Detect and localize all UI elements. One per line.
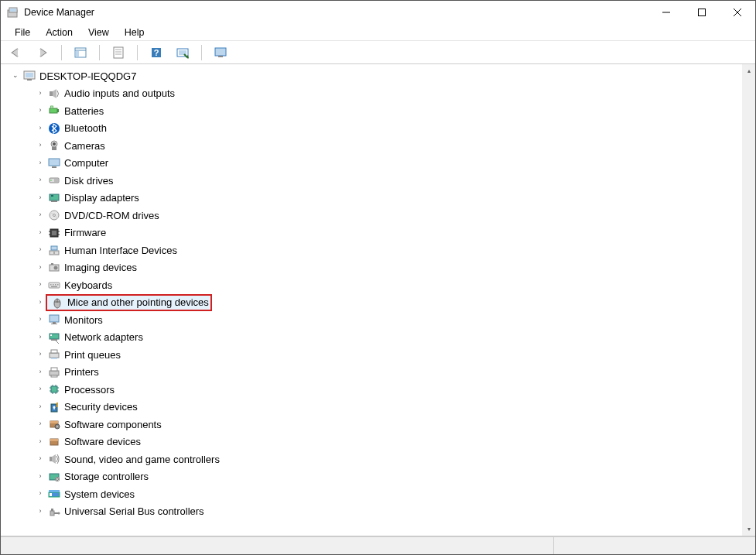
expand-toggle-icon[interactable]: › — [35, 141, 46, 149]
expand-toggle-icon[interactable]: › — [35, 420, 46, 427]
svg-rect-75 — [51, 375, 57, 377]
tree-category[interactable]: ›Security devices — [7, 399, 742, 416]
scroll-up-button[interactable]: ▴ — [742, 64, 755, 77]
expand-toggle-icon[interactable]: › — [35, 106, 46, 114]
software-comp-icon — [47, 417, 61, 431]
camera-icon — [47, 139, 61, 152]
tree-category[interactable]: ›Universal Serial Bus controllers — [7, 503, 742, 521]
tree-category[interactable]: ›Batteries — [7, 102, 742, 120]
tree-category[interactable]: ›Audio inputs and outputs — [7, 85, 742, 103]
expand-toggle-icon[interactable]: › — [35, 437, 46, 445]
expand-toggle-icon[interactable]: › — [35, 263, 46, 271]
tree-category[interactable]: ›Disk drives — [7, 172, 742, 190]
menu-action[interactable]: Action — [39, 26, 79, 39]
expand-toggle-icon[interactable]: › — [35, 507, 46, 515]
category-label: Human Interface Devices — [64, 245, 177, 256]
expand-toggle-icon[interactable]: › — [35, 89, 46, 97]
svg-rect-40 — [51, 195, 53, 197]
svg-rect-101 — [50, 493, 52, 496]
svg-rect-64 — [50, 315, 59, 322]
tree-category[interactable]: ›Human Interface Devices — [7, 242, 742, 259]
expand-toggle-icon[interactable]: › — [35, 489, 46, 497]
toolbar-scan-button[interactable] — [173, 43, 192, 62]
device-tree[interactable]: ⌄ DESKTOP-IEQQDG7 ›Audio inputs and outp… — [1, 64, 742, 536]
svg-rect-72 — [51, 358, 57, 359]
expand-toggle-icon[interactable]: › — [35, 454, 46, 462]
tree-category[interactable]: ›Software devices — [7, 433, 742, 451]
expand-toggle-icon[interactable]: › — [35, 333, 46, 341]
root-label: DESKTOP-IEQQDG7 — [39, 70, 136, 82]
expand-toggle-icon[interactable]: › — [35, 211, 46, 218]
tree-category[interactable]: ›Software components — [7, 416, 742, 433]
expand-toggle-icon[interactable]: › — [35, 298, 46, 306]
tree-category[interactable]: ›System devices — [7, 485, 742, 503]
toolbar-help-button[interactable]: ? — [147, 43, 166, 62]
tree-category[interactable]: ›Printers — [7, 364, 742, 382]
imaging-icon — [47, 261, 61, 275]
titlebar: Device Manager — [1, 1, 755, 24]
expand-toggle-icon[interactable]: › — [35, 176, 46, 183]
scroll-down-button[interactable]: ▾ — [742, 522, 755, 536]
toolbar-show-hide-tree-button[interactable] — [71, 43, 90, 62]
category-label: System devices — [64, 488, 135, 500]
expand-toggle-icon[interactable]: › — [35, 403, 46, 410]
svg-rect-56 — [50, 284, 52, 286]
tree-category[interactable]: ›DVD/CD-ROM drives — [7, 207, 742, 224]
toolbar-monitor-button[interactable] — [211, 43, 230, 62]
mouse-icon — [50, 296, 64, 310]
tree-category[interactable]: ›Computer — [7, 155, 742, 173]
tree-category[interactable]: ›Imaging devices — [7, 259, 742, 277]
vertical-scrollbar[interactable]: ▴ ▾ — [742, 64, 755, 536]
tree-category[interactable]: ›Display adapters — [7, 190, 742, 207]
tree-category[interactable]: ›Print queues — [7, 346, 742, 364]
toolbar-properties-button[interactable] — [109, 43, 128, 62]
expand-toggle-icon[interactable]: › — [35, 472, 46, 480]
svg-rect-19 — [215, 48, 226, 56]
svg-rect-4 — [699, 9, 706, 16]
tree-category[interactable]: ›Cameras — [7, 137, 742, 155]
app-icon — [7, 6, 19, 19]
category-label: Bluetooth — [64, 122, 107, 134]
expand-toggle-icon[interactable]: ⌄ — [10, 71, 21, 79]
category-label: Network adapters — [64, 331, 143, 343]
expand-toggle-icon[interactable]: › — [35, 315, 46, 323]
menu-help[interactable]: Help — [118, 26, 151, 39]
svg-rect-69 — [50, 334, 52, 336]
svg-rect-90 — [50, 421, 58, 423]
expand-toggle-icon[interactable]: › — [35, 368, 46, 375]
toolbar-back-button[interactable] — [7, 43, 26, 62]
maximize-button[interactable] — [684, 1, 720, 24]
battery-icon — [47, 104, 61, 118]
close-button[interactable] — [720, 1, 755, 24]
tree-category[interactable]: ›Storage controllers — [7, 468, 742, 486]
tree-category[interactable]: ›Monitors — [7, 311, 742, 329]
tree-category[interactable]: ›Processors — [7, 381, 742, 399]
tree-category[interactable]: ›Mice and other pointing devices — [7, 294, 742, 312]
expand-toggle-icon[interactable]: › — [35, 385, 46, 392]
svg-rect-23 — [27, 79, 32, 81]
tree-root[interactable]: ⌄ DESKTOP-IEQQDG7 — [7, 67, 742, 85]
print-queue-icon — [47, 348, 61, 361]
svg-rect-65 — [53, 322, 56, 324]
menu-file[interactable]: File — [9, 26, 36, 39]
system-icon — [47, 487, 61, 501]
svg-marker-96 — [52, 454, 56, 464]
expand-toggle-icon[interactable]: › — [35, 228, 46, 236]
expand-toggle-icon[interactable]: › — [35, 350, 46, 358]
menu-view[interactable]: View — [82, 26, 115, 39]
tree-category[interactable]: ›Sound, video and game controllers — [7, 451, 742, 468]
tree-category[interactable]: ›Network adapters — [7, 329, 742, 347]
tree-category[interactable]: ›Bluetooth — [7, 120, 742, 138]
svg-rect-58 — [55, 284, 56, 286]
expand-toggle-icon[interactable]: › — [35, 159, 46, 166]
tree-category[interactable]: ›Firmware — [7, 224, 742, 242]
software-dev-icon — [47, 435, 61, 449]
expand-toggle-icon[interactable]: › — [35, 280, 46, 288]
expand-toggle-icon[interactable]: › — [35, 245, 46, 253]
minimize-button[interactable] — [648, 1, 684, 24]
tree-category[interactable]: ›Keyboards — [7, 276, 742, 294]
toolbar-forward-button[interactable] — [33, 43, 52, 62]
category-label: Security devices — [64, 401, 138, 413]
expand-toggle-icon[interactable]: › — [35, 124, 46, 132]
expand-toggle-icon[interactable]: › — [35, 194, 46, 201]
